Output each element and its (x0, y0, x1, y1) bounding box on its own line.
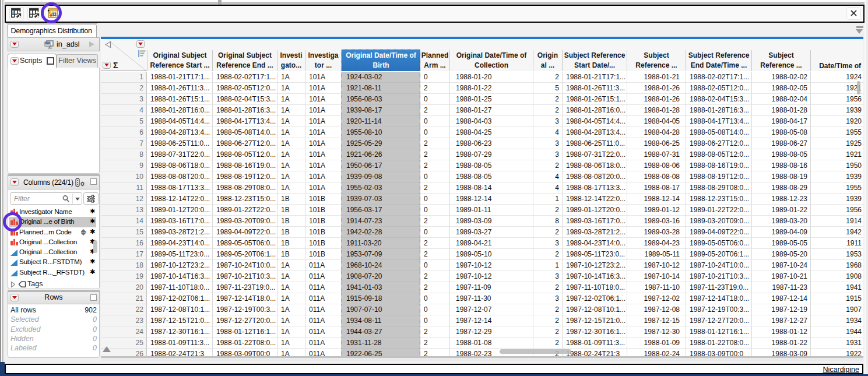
row-number[interactable]: 23 (101, 315, 147, 326)
column-item[interactable]: Original ...Collection✱ (9, 237, 96, 247)
table-cell[interactable]: 4 (533, 182, 563, 194)
table-cell[interactable]: 1956-08-03 (342, 94, 420, 105)
table-cell[interactable]: 8 (533, 216, 563, 227)
table-cell[interactable]: 1988-08-05 (752, 149, 811, 160)
table-cell[interactable]: 1A (277, 271, 305, 282)
table-cell[interactable]: 1A (277, 304, 305, 315)
table-cell[interactable]: 1988-04-25 (450, 127, 533, 138)
tab-list-dropdown-icon[interactable] (856, 26, 863, 34)
table-cell[interactable]: 1988-01-22T08:0... (213, 338, 277, 349)
table-cell[interactable]: 1A (277, 338, 305, 349)
table-cell[interactable]: 1987-11-23 (752, 282, 811, 293)
column-item[interactable]: Subject R..._RFSTDT)✱ (9, 268, 96, 277)
table-cell[interactable]: 1987-12-30T16:1... (563, 326, 627, 338)
table-cell[interactable]: 1988-02-05 (752, 83, 811, 94)
table-cell[interactable]: 0 (420, 171, 450, 182)
rows-select-box-icon[interactable] (90, 294, 97, 301)
table-cell[interactable]: 1988-12-14 (450, 194, 533, 205)
table-cell[interactable]: 1915-09-18 (342, 293, 420, 304)
table-cell[interactable]: 1987-12-14 (450, 315, 533, 326)
table-cell[interactable]: 1989-01-12 (627, 205, 686, 216)
row-number[interactable]: 20 (101, 282, 147, 293)
table-cell[interactable]: 3 (533, 149, 563, 160)
row-number[interactable]: 16 (101, 238, 147, 249)
table-cell[interactable]: 1988-08-29 (752, 182, 811, 194)
table-cell[interactable]: 011A (305, 315, 342, 326)
table-cell[interactable]: 1988-08-06T18:0... (563, 160, 627, 171)
table-cell[interactable]: 4 (533, 171, 563, 182)
table-cell[interactable]: 0 (420, 94, 450, 105)
table-cell[interactable]: 1989-04-21 (450, 238, 533, 249)
table-cell[interactable]: 2 (533, 72, 563, 83)
table-cell[interactable]: 1988-07-31 (627, 149, 686, 160)
table-cell[interactable]: 1988-01-12T16:1... (213, 326, 277, 338)
table-cell[interactable]: 1A (277, 105, 305, 116)
table-cell[interactable]: 101A (305, 171, 342, 182)
table-cell[interactable]: 1920-11-14 (342, 116, 420, 127)
table-export-blue-button[interactable] (9, 7, 24, 20)
table-cell[interactable]: 1988-02-24T21:3 (147, 349, 213, 357)
table-cell[interactable]: 0 (420, 72, 450, 83)
table-cell[interactable]: 1988-01-28T16:3... (213, 105, 277, 116)
table-cell[interactable]: 1988-01-27 (450, 105, 533, 116)
table-cell[interactable]: 101A (305, 149, 342, 160)
status-link[interactable]: Nicardipine (823, 366, 859, 374)
table-cell[interactable]: 1989-05-20T06:1... (686, 249, 752, 260)
table-cell[interactable]: 1941 (811, 282, 863, 293)
table-cell[interactable]: 1921 (811, 149, 863, 160)
table-cell[interactable]: 1955 (811, 182, 863, 194)
rows-corner-red-triangle[interactable] (103, 62, 111, 69)
table-cell[interactable]: 1988-01-21T17:1... (563, 72, 627, 83)
table-cell[interactable]: 1987-12-14T18:0... (213, 293, 277, 304)
row-number[interactable]: 10 (101, 171, 147, 182)
table-cell[interactable]: 2 (420, 182, 450, 194)
row-number[interactable]: 1 (101, 72, 147, 83)
table-cell[interactable]: 011A (305, 304, 342, 315)
filter-dropdown-icon[interactable] (75, 198, 80, 201)
table-red-triangle-menu[interactable] (10, 41, 19, 48)
row-number[interactable]: 14 (101, 216, 147, 227)
table-cell[interactable]: 1944 (811, 326, 863, 338)
table-cell[interactable]: 1988-12-14 (627, 194, 686, 205)
table-cell[interactable]: 1988-02-24 (627, 349, 686, 357)
table-cell[interactable]: 1987-12-15T21:0... (563, 315, 627, 326)
table-cell[interactable]: 1939-08-17 (342, 105, 420, 116)
row-number[interactable]: 24 (101, 326, 147, 338)
table-cell[interactable]: 1987-12-02T06:1... (147, 293, 213, 304)
table-cell[interactable]: 3 (533, 238, 563, 249)
table-cell[interactable]: 1989-03-28 (627, 227, 686, 238)
table-cell[interactable]: 011A (305, 326, 342, 338)
table-cell[interactable]: 1987-10-21 (752, 271, 811, 282)
table-cell[interactable]: 1987-10-14T16:3... (147, 271, 213, 282)
table-cell[interactable]: 2 (533, 326, 563, 338)
table-cell[interactable]: 1988-04-05T14:4... (147, 116, 213, 127)
table-cell[interactable]: 1908 (811, 271, 863, 282)
table-cell[interactable]: 1988-06-27T12:0... (213, 138, 277, 149)
table-cell[interactable]: 101B (305, 227, 342, 238)
column-header[interactable]: PlannedArm ... (420, 50, 450, 72)
table-cell[interactable]: 1987-11-10T18:0... (563, 282, 627, 293)
table-cell[interactable]: 101A (305, 116, 342, 127)
filter-advanced-button[interactable] (83, 192, 99, 205)
table-cell[interactable]: 1956 (811, 94, 863, 105)
table-cell[interactable]: 2 (533, 227, 563, 238)
table-cell[interactable]: 1921 (811, 83, 863, 94)
table-cell[interactable]: 1989-01-12T20:0... (563, 205, 627, 216)
table-cell[interactable]: 1987-11-23T19:0... (213, 282, 277, 293)
table-cell[interactable]: 3 (533, 138, 563, 149)
table-cell[interactable]: 1989-01-22T22:0... (213, 205, 277, 216)
table-cell[interactable]: 1988-08-14 (450, 182, 533, 194)
table-cell[interactable]: 1988-01-21 (627, 72, 686, 83)
column-header[interactable]: Investigator ... (305, 50, 342, 72)
table-cell[interactable]: 2 (420, 105, 450, 116)
table-cell[interactable]: 1955-08-10 (342, 127, 420, 138)
table-cell[interactable]: 1989-05-20T06:1... (213, 249, 277, 260)
scripts-checkbox[interactable] (47, 57, 54, 65)
row-number[interactable]: 11 (101, 182, 147, 194)
table-cell[interactable]: 0 (420, 194, 450, 205)
table-cell[interactable]: 1988-01-12 (752, 326, 811, 338)
table-cell[interactable]: 101B (305, 216, 342, 227)
table-cell[interactable]: 1988-12-23T15:0... (686, 194, 752, 205)
table-cell[interactable]: 1989-05-10 (450, 249, 533, 260)
table-cell[interactable]: 1988-06-25T11:0... (563, 138, 627, 149)
